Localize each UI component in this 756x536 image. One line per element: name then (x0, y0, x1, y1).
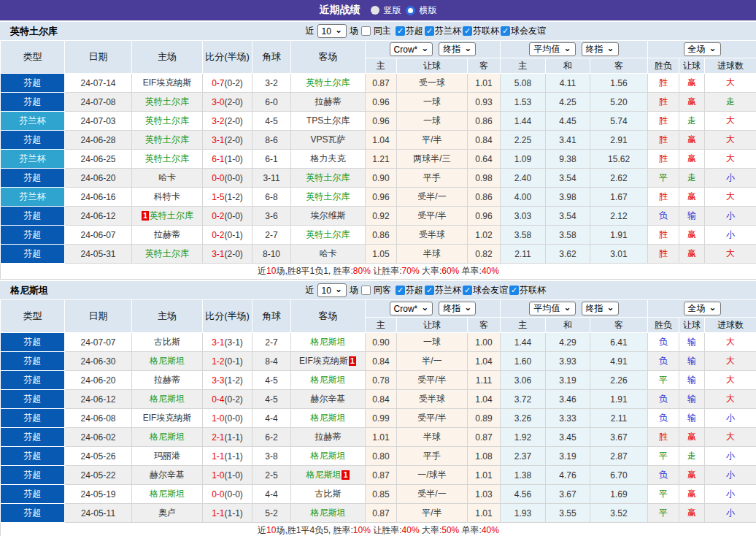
average-select[interactable]: 平均值⌄ (529, 302, 575, 315)
final-odds-select[interactable]: 终指⌄ (582, 302, 619, 315)
league-filter[interactable]: ✓球会友谊 (463, 284, 508, 296)
home-team-link[interactable]: 拉赫蒂 (154, 375, 180, 385)
away-team-link[interactable]: 拉赫蒂 (315, 432, 342, 442)
checkbox-checked-icon[interactable]: ✓ (463, 286, 472, 295)
home-team-link[interactable]: 玛丽港 (154, 451, 180, 461)
score-link[interactable]: 3-1 (212, 337, 224, 348)
home-team-link[interactable]: 拉赫蒂 (154, 229, 180, 240)
home-team-link[interactable]: 科特卡 (154, 191, 180, 202)
checkbox-checked-icon[interactable]: ✓ (396, 286, 405, 295)
league-filter[interactable]: ✓芬联杯 (509, 284, 546, 296)
checkbox-checked-icon[interactable]: ✓ (396, 26, 405, 36)
away-team-link[interactable]: 拉赫蒂 (315, 96, 342, 107)
home-team-link[interactable]: 英特土尔库 (145, 248, 189, 259)
scope-select[interactable]: 全场⌄ (684, 302, 721, 315)
away-team-link[interactable]: 埃尔维斯 (311, 210, 346, 221)
score-link[interactable]: 0-7 (212, 78, 224, 88)
home-team-link[interactable]: 英特土尔库 (150, 210, 193, 221)
score-link[interactable]: 2-1 (212, 432, 224, 443)
home-team-link[interactable]: 格尼斯坦 (150, 394, 185, 404)
checkbox-checked-icon[interactable]: ✓ (509, 286, 519, 295)
home-team-link[interactable]: 格尼斯坦 (150, 356, 185, 366)
score-link[interactable]: 0-0 (212, 173, 224, 183)
away-team-link[interactable]: 格尼斯坦 (311, 375, 346, 385)
same-venue-checkbox[interactable] (361, 26, 371, 36)
away-team-link[interactable]: 格力夫克 (311, 153, 346, 164)
checkbox-checked-icon[interactable]: ✓ (463, 26, 472, 36)
home-team-link[interactable]: 哈卡 (158, 172, 176, 183)
score-link[interactable]: 1-2 (212, 356, 224, 367)
team-name[interactable]: 格尼斯坦 (10, 284, 48, 297)
bookmaker-select[interactable]: Crow*⌄ (390, 302, 433, 315)
home-team-link[interactable]: 赫尔辛基 (150, 470, 185, 480)
home-team-link[interactable]: EIF埃克纳斯 (143, 413, 192, 423)
radio-vertical-label[interactable]: 竖版 (384, 4, 401, 17)
away-team-link[interactable]: 格尼斯坦 (311, 413, 346, 423)
league-filter[interactable]: ✓芬兰杯 (425, 284, 461, 296)
league-filter[interactable]: ✓芬联杯 (463, 25, 499, 37)
avg-home-cell: 3.26 (501, 409, 546, 428)
away-team-link[interactable]: 英特土尔库 (306, 172, 350, 183)
same-venue-checkbox[interactable] (361, 286, 371, 295)
score-link[interactable]: 0-2 (212, 211, 224, 221)
checkbox-checked-icon[interactable]: ✓ (425, 286, 434, 295)
away-team-link[interactable]: 英特土尔库 (306, 191, 350, 202)
away-team-link[interactable]: 格尼斯坦 (306, 470, 341, 480)
final-odds-select[interactable]: 终指⌄ (439, 302, 476, 315)
half-score: (1-2) (225, 192, 243, 202)
home-team-link[interactable]: 英特土尔库 (145, 115, 189, 126)
score-link[interactable]: 6-1 (212, 154, 224, 164)
away-team-link[interactable]: 格尼斯坦 (311, 337, 346, 347)
score-link[interactable]: 0-0 (212, 489, 224, 499)
home-team-link[interactable]: 古比斯 (154, 337, 180, 347)
score-link[interactable]: 0-4 (212, 394, 224, 405)
score-link[interactable]: 3-3 (212, 375, 224, 386)
result-handicap-cell: 输 (679, 371, 705, 390)
checkbox-checked-icon[interactable]: ✓ (501, 26, 510, 36)
away-team-link[interactable]: 英特土尔库 (306, 77, 350, 88)
team-name[interactable]: 英特土尔库 (10, 25, 58, 38)
score-link[interactable]: 1-0 (212, 470, 224, 481)
league-filter[interactable]: ✓芬兰杯 (425, 25, 461, 37)
home-team-link[interactable]: 奥卢 (158, 508, 176, 518)
bookmaker-select[interactable]: Crow*⌄ (390, 42, 433, 56)
final-odds-select[interactable]: 终指⌄ (439, 42, 476, 56)
score-link[interactable]: 3-0 (212, 97, 224, 107)
league-filter[interactable]: ✓球会友谊 (501, 25, 546, 37)
league-filter[interactable]: ✓芬超 (396, 25, 423, 37)
score-link[interactable]: 0-2 (212, 230, 224, 240)
home-team-link[interactable]: 英特土尔库 (145, 96, 189, 107)
score-link[interactable]: 1-0 (212, 413, 224, 424)
score-link[interactable]: 3-1 (212, 135, 224, 145)
away-team-link[interactable]: 英特土尔库 (306, 229, 350, 240)
score-link[interactable]: 3-2 (212, 116, 224, 126)
score-link[interactable]: 1-1 (212, 451, 224, 462)
away-team-cell: 赫尔辛基 (291, 390, 366, 409)
final-odds-select[interactable]: 终指⌄ (582, 42, 619, 56)
score-link[interactable]: 1-5 (212, 192, 224, 202)
home-team-link[interactable]: 格尼斯坦 (150, 489, 185, 499)
checkbox-checked-icon[interactable]: ✓ (425, 26, 434, 36)
radio-vertical[interactable] (371, 6, 379, 15)
away-team-link[interactable]: 赫尔辛基 (311, 394, 346, 404)
away-team-link[interactable]: EIF埃克纳斯 (299, 356, 348, 366)
score-link[interactable]: 3-1 (212, 249, 224, 259)
away-team-link[interactable]: VPS瓦萨 (310, 134, 345, 145)
away-team-link[interactable]: 格尼斯坦 (311, 508, 346, 518)
league-filter[interactable]: ✓芬超 (396, 284, 423, 296)
match-count-select[interactable]: 10⌄ (317, 24, 347, 38)
away-team-link[interactable]: 古比斯 (315, 489, 342, 499)
average-select[interactable]: 平均值⌄ (529, 42, 575, 56)
match-count-select[interactable]: 10⌄ (317, 283, 347, 297)
radio-horizontal-label[interactable]: 横版 (420, 4, 437, 17)
radio-horizontal[interactable] (406, 6, 415, 15)
home-team-link[interactable]: 英特土尔库 (145, 153, 189, 164)
home-team-link[interactable]: EIF埃克纳斯 (143, 77, 192, 88)
score-link[interactable]: 1-1 (212, 508, 224, 518)
away-team-link[interactable]: 格尼斯坦 (311, 451, 346, 461)
scope-select[interactable]: 全场⌄ (684, 42, 721, 56)
away-team-link[interactable]: 哈卡 (320, 248, 337, 259)
home-team-link[interactable]: 英特土尔库 (145, 134, 189, 145)
away-team-link[interactable]: TPS土尔库 (306, 115, 350, 126)
home-team-link[interactable]: 格尼斯坦 (150, 432, 185, 442)
